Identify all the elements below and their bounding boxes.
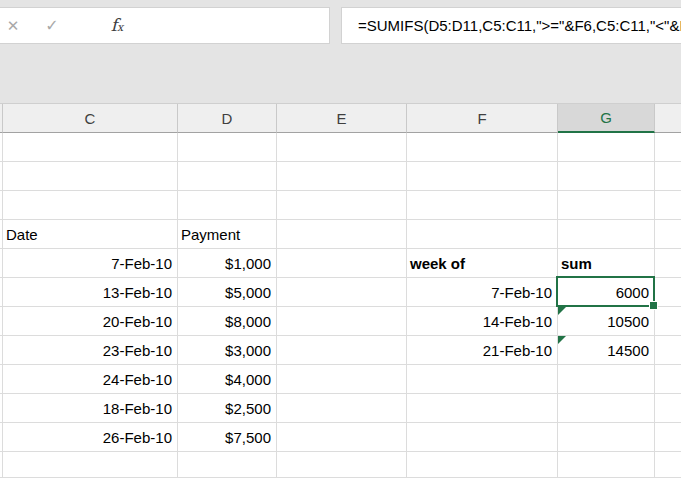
cell-E3[interactable] xyxy=(277,191,407,220)
row-4: DatePayment xyxy=(0,220,681,249)
cell-E12[interactable] xyxy=(277,452,407,478)
top-chrome: ✕ ✓ fx =SUMIFS(D5:D11,C5:C11,">="&F6,C5:… xyxy=(0,0,681,103)
formula-input[interactable]: =SUMIFS(D5:D11,C5:C11,">="&F6,C5:C11,"<"… xyxy=(341,7,681,44)
cell-D1[interactable] xyxy=(178,133,277,162)
cell-E8[interactable] xyxy=(277,336,407,365)
spreadsheet: CDEFG DatePayment7-Feb-10$1,000week ofsu… xyxy=(0,103,681,478)
cell-E11[interactable] xyxy=(277,423,407,452)
cell-G7[interactable]: 10500 xyxy=(558,307,655,336)
cell-G1[interactable] xyxy=(558,133,655,162)
cell-D12[interactable] xyxy=(178,452,277,478)
cell-F1[interactable] xyxy=(407,133,558,162)
cell-H10[interactable] xyxy=(655,394,681,423)
cell-G2[interactable] xyxy=(558,162,655,191)
cell-E2[interactable] xyxy=(277,162,407,191)
cell-G8[interactable]: 14500 xyxy=(558,336,655,365)
cell-G5[interactable]: sum xyxy=(558,249,655,278)
cell-H8[interactable] xyxy=(655,336,681,365)
cell-F6[interactable]: 7-Feb-10 xyxy=(407,278,558,307)
cell-text: 13-Feb-10 xyxy=(103,284,172,301)
column-header-G[interactable]: G xyxy=(558,104,655,133)
error-indicator-icon xyxy=(558,336,566,344)
cell-C4[interactable]: Date xyxy=(3,220,178,249)
cell-H2[interactable] xyxy=(655,162,681,191)
cancel-icon[interactable]: ✕ xyxy=(2,8,24,43)
cell-F3[interactable] xyxy=(407,191,558,220)
cell-F7[interactable]: 14-Feb-10 xyxy=(407,307,558,336)
cell-H7[interactable] xyxy=(655,307,681,336)
cell-G9[interactable] xyxy=(558,365,655,394)
cell-F2[interactable] xyxy=(407,162,558,191)
sheet-grid: DatePayment7-Feb-10$1,000week ofsum13-Fe… xyxy=(0,133,681,478)
cell-C7[interactable]: 20-Feb-10 xyxy=(3,307,178,336)
fill-handle[interactable] xyxy=(649,301,658,310)
row-8: 23-Feb-10$3,00021-Feb-1014500 xyxy=(0,336,681,365)
cell-C5[interactable]: 7-Feb-10 xyxy=(3,249,178,278)
cell-G3[interactable] xyxy=(558,191,655,220)
cell-D2[interactable] xyxy=(178,162,277,191)
cell-H6[interactable] xyxy=(655,278,681,307)
cell-F8[interactable]: 21-Feb-10 xyxy=(407,336,558,365)
cell-C1[interactable] xyxy=(3,133,178,162)
column-header-C[interactable]: C xyxy=(3,104,178,133)
error-indicator-icon xyxy=(558,307,566,315)
column-header-E[interactable]: E xyxy=(277,104,407,133)
cell-C11[interactable]: 26-Feb-10 xyxy=(3,423,178,452)
cell-D11[interactable]: $7,500 xyxy=(178,423,277,452)
cell-H12[interactable] xyxy=(655,452,681,478)
column-header-F[interactable]: F xyxy=(407,104,558,133)
cell-text: 14500 xyxy=(607,342,649,359)
enter-icon[interactable]: ✓ xyxy=(40,8,64,43)
cell-E10[interactable] xyxy=(277,394,407,423)
cell-F4[interactable] xyxy=(407,220,558,249)
cell-D8[interactable]: $3,000 xyxy=(178,336,277,365)
cell-E9[interactable] xyxy=(277,365,407,394)
cell-G12[interactable] xyxy=(558,452,655,478)
cell-C3[interactable] xyxy=(3,191,178,220)
cell-E7[interactable] xyxy=(277,307,407,336)
cell-H4[interactable] xyxy=(655,220,681,249)
cell-G10[interactable] xyxy=(558,394,655,423)
cell-text: $5,000 xyxy=(225,284,271,301)
cell-C2[interactable] xyxy=(3,162,178,191)
cell-C9[interactable]: 24-Feb-10 xyxy=(3,365,178,394)
cell-H9[interactable] xyxy=(655,365,681,394)
cell-D3[interactable] xyxy=(178,191,277,220)
row-10: 18-Feb-10$2,500 xyxy=(0,394,681,423)
cell-F5[interactable]: week of xyxy=(407,249,558,278)
cell-H3[interactable] xyxy=(655,191,681,220)
column-header-partial-right[interactable] xyxy=(655,104,681,133)
cell-E6[interactable] xyxy=(277,278,407,307)
cell-text: 21-Feb-10 xyxy=(483,342,552,359)
cell-F10[interactable] xyxy=(407,394,558,423)
cell-F11[interactable] xyxy=(407,423,558,452)
cell-E1[interactable] xyxy=(277,133,407,162)
cell-G11[interactable] xyxy=(558,423,655,452)
cell-C6[interactable]: 13-Feb-10 xyxy=(3,278,178,307)
cell-C12[interactable] xyxy=(3,452,178,478)
cell-G6[interactable]: 6000 xyxy=(558,278,655,307)
cell-D4[interactable]: Payment xyxy=(178,220,277,249)
cell-G4[interactable] xyxy=(558,220,655,249)
cell-D9[interactable]: $4,000 xyxy=(178,365,277,394)
cell-D6[interactable]: $5,000 xyxy=(178,278,277,307)
cell-F9[interactable] xyxy=(407,365,558,394)
cell-H5[interactable] xyxy=(655,249,681,278)
cell-C10[interactable]: 18-Feb-10 xyxy=(3,394,178,423)
column-header-D[interactable]: D xyxy=(178,104,277,133)
row-7: 20-Feb-10$8,00014-Feb-1010500 xyxy=(0,307,681,336)
cell-H1[interactable] xyxy=(655,133,681,162)
insert-function-icon[interactable]: fx xyxy=(104,8,130,43)
cell-D10[interactable]: $2,500 xyxy=(178,394,277,423)
cell-H11[interactable] xyxy=(655,423,681,452)
cell-D5[interactable]: $1,000 xyxy=(178,249,277,278)
cell-C8[interactable]: 23-Feb-10 xyxy=(3,336,178,365)
cell-E4[interactable] xyxy=(277,220,407,249)
cell-text: 7-Feb-10 xyxy=(111,255,172,272)
cell-F12[interactable] xyxy=(407,452,558,478)
cell-text: 10500 xyxy=(607,313,649,330)
cell-E5[interactable] xyxy=(277,249,407,278)
cell-D7[interactable]: $8,000 xyxy=(178,307,277,336)
cell-text: $2,500 xyxy=(225,400,271,417)
row-6: 13-Feb-10$5,0007-Feb-106000 xyxy=(0,278,681,307)
